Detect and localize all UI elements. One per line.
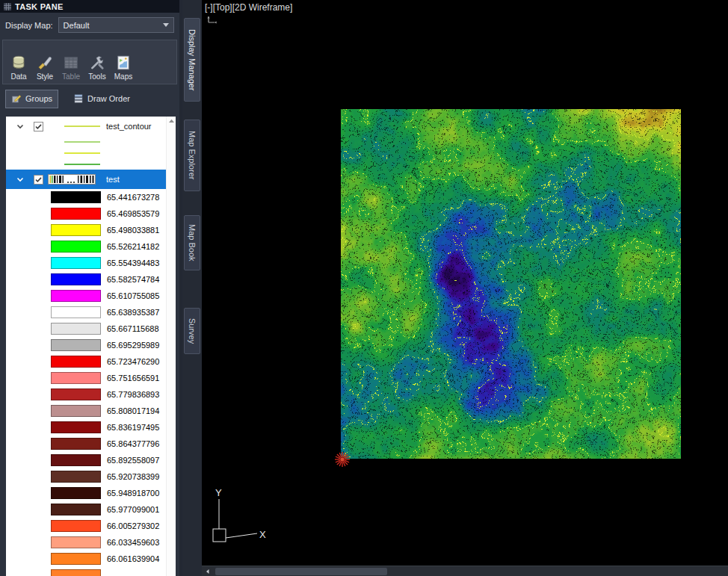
toolbar-button-data[interactable]: Data xyxy=(6,43,31,83)
color-swatch xyxy=(51,257,101,269)
ramp-value: 66.033459603 xyxy=(107,538,159,547)
color-swatch xyxy=(51,191,101,203)
ramp-value: 65.892558097 xyxy=(107,456,159,465)
ramp-row[interactable]: 65.469853579 xyxy=(6,205,166,222)
task-pane-title: TASK PANE xyxy=(15,2,64,11)
color-swatch xyxy=(51,273,101,285)
ramp-row[interactable]: 65.610755085 xyxy=(6,288,166,304)
contour-style-row[interactable] xyxy=(6,136,166,147)
layer-checkbox[interactable] xyxy=(34,122,43,131)
toolbar-button-label: Data xyxy=(10,72,26,81)
color-swatch xyxy=(51,438,101,450)
ramp-value: 65.723476290 xyxy=(107,357,159,366)
scroll-up-icon[interactable] xyxy=(167,119,176,123)
viewport-visual-style-control[interactable]: [2D Wireframe] xyxy=(232,2,293,13)
ramp-value: 66.005279302 xyxy=(107,521,159,530)
ramp-row[interactable]: 65.554394483 xyxy=(6,255,166,271)
paintbrush-icon xyxy=(37,55,53,71)
color-swatch xyxy=(51,388,101,400)
toolbar-button-style[interactable]: Style xyxy=(32,43,58,83)
ramp-row[interactable]: 65.779836893 xyxy=(6,386,166,403)
scrollbar-thumb[interactable] xyxy=(215,568,387,575)
ucs-x-label: X xyxy=(259,529,266,540)
ramp-value: 65.751656591 xyxy=(107,374,159,383)
ramp-row[interactable]: 65.892558097 xyxy=(6,452,166,468)
side-tab-map-book[interactable]: Map Book xyxy=(184,215,200,270)
chevron-down-icon xyxy=(163,23,169,27)
scroll-left-icon[interactable] xyxy=(202,566,214,576)
drawing-viewport[interactable]: [-][Top][2D Wireframe] Y X xyxy=(202,0,728,576)
display-map-select[interactable]: Default xyxy=(58,17,174,33)
map-raster[interactable] xyxy=(341,109,681,459)
layer-rows: test_contour test 65.44167327865.46985 xyxy=(6,117,166,576)
display-map-row: Display Map: Default xyxy=(0,13,179,37)
ramp-row[interactable]: 66.005279302 xyxy=(6,518,166,534)
side-tab-survey[interactable]: Survey xyxy=(184,308,200,354)
toolbar-button-label: Tools xyxy=(88,72,105,81)
viewport-minimize-control[interactable]: [-] xyxy=(205,2,213,13)
ramp-row[interactable]: 65.695295989 xyxy=(6,337,166,353)
contour-style-row[interactable] xyxy=(6,158,166,170)
ramp-row[interactable]: 65.498033881 xyxy=(6,222,166,238)
ramp-row[interactable]: 65.638935387 xyxy=(6,304,166,320)
contour-style-row[interactable] xyxy=(6,147,166,158)
list-scrollbar[interactable] xyxy=(166,117,176,576)
side-tab-strip: Display ManagerMap ExplorerMap BookSurve… xyxy=(182,0,202,576)
viewport-viewpoint-control[interactable]: [Top] xyxy=(213,2,232,13)
ucs-icon[interactable]: Y X xyxy=(209,484,278,550)
layer-list: test_contour test 65.44167327865.46985 xyxy=(6,117,176,576)
viewport-mini-axis-icon xyxy=(206,13,218,28)
color-swatch xyxy=(51,536,101,548)
color-swatch xyxy=(51,454,101,466)
layer-row-test[interactable]: test xyxy=(6,170,166,189)
ramp-row[interactable]: 65.723476290 xyxy=(6,353,166,370)
ramp-row[interactable]: 65.441673278 xyxy=(6,189,166,205)
view-button-draw-order[interactable]: Draw Order xyxy=(67,90,136,108)
ramp-row[interactable]: 65.751656591 xyxy=(6,370,166,386)
layer-name: test_contour xyxy=(106,122,152,131)
toolbar-button-label: Style xyxy=(37,72,53,81)
layer-name: test xyxy=(106,175,120,184)
ramp-row[interactable]: 65.667115688 xyxy=(6,320,166,337)
ramp-value: 65.638935387 xyxy=(107,308,159,317)
ramp-row[interactable] xyxy=(6,567,166,576)
ramp-row[interactable]: 65.920738399 xyxy=(6,468,166,485)
view-button-label: Groups xyxy=(25,94,52,103)
application-window: TASK PANE Display Map: Default DataStyle… xyxy=(0,0,728,576)
line-style-swatch xyxy=(64,164,100,165)
color-swatch xyxy=(51,372,101,384)
color-swatch xyxy=(51,520,101,532)
ramp-row[interactable]: 65.948918700 xyxy=(6,485,166,501)
ramp-row[interactable]: 65.582574784 xyxy=(6,271,166,288)
chevron-down-icon[interactable] xyxy=(16,177,24,182)
ramp-value: 65.808017194 xyxy=(107,406,159,415)
ramp-row[interactable]: 65.526214182 xyxy=(6,238,166,255)
ramp-row[interactable]: 66.033459603 xyxy=(6,534,166,551)
ramp-row[interactable]: 65.864377796 xyxy=(6,436,166,452)
task-pane-header[interactable]: TASK PANE xyxy=(0,0,179,13)
task-pane-icon xyxy=(4,3,11,10)
chevron-down-icon[interactable] xyxy=(16,124,24,129)
ramp-row[interactable]: 66.061639904 xyxy=(6,551,166,567)
toolbar-button-tools[interactable]: Tools xyxy=(84,43,110,83)
ramp-value: 65.498033881 xyxy=(107,226,159,235)
view-mode-row: GroupsDraw Order xyxy=(0,84,179,113)
database-icon xyxy=(10,55,27,71)
color-swatch xyxy=(51,487,101,499)
layer-checkbox[interactable] xyxy=(34,175,43,185)
ramp-row[interactable]: 65.836197495 xyxy=(6,419,166,436)
horizontal-scrollbar[interactable] xyxy=(202,566,728,576)
view-button-groups[interactable]: Groups xyxy=(5,90,58,108)
ramp-value: 65.610755085 xyxy=(107,291,159,300)
ramp-row[interactable]: 65.977099001 xyxy=(6,501,166,518)
line-style-swatch xyxy=(64,152,100,154)
ramp-value: 65.695295989 xyxy=(107,341,159,350)
color-swatch xyxy=(51,290,101,302)
ramp-row[interactable]: 65.808017194 xyxy=(6,403,166,419)
layer-row-test-contour[interactable]: test_contour xyxy=(6,117,166,136)
side-tab-map-explorer[interactable]: Map Explorer xyxy=(184,120,200,191)
side-tab-display-manager[interactable]: Display Manager xyxy=(184,18,200,102)
color-swatch xyxy=(51,241,101,253)
ramp-value: 65.441673278 xyxy=(107,193,159,202)
toolbar-button-maps[interactable]: Maps xyxy=(111,43,136,83)
